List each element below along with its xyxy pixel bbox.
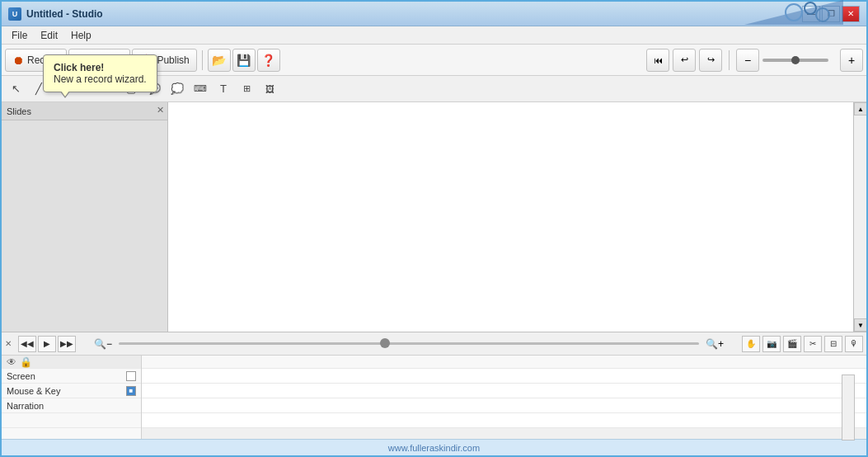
- publish-button[interactable]: 📤 Publish: [132, 49, 196, 72]
- screen-check[interactable]: [126, 371, 136, 381]
- track-mouse-key: Mouse & Key ■: [2, 384, 141, 398]
- callout-rect-tool[interactable]: 💬: [143, 78, 165, 100]
- tools-bar: ↖ ╱ ⌒ ▭ ○ ▢ 💬 💭 ⌨ T ⊞ 🖼: [2, 76, 866, 102]
- open-button[interactable]: 📂: [208, 49, 231, 72]
- track-eye-icon: 👁: [7, 356, 16, 368]
- track-content: [142, 356, 866, 439]
- zoom-in-button[interactable]: +: [840, 49, 863, 72]
- status-bar: www.fulleraskindir.com: [2, 439, 866, 455]
- toolbar-right: ⏮ ↩ ↪ − +: [646, 49, 863, 72]
- mousekey-check[interactable]: ■: [126, 386, 136, 396]
- maximize-button[interactable]: ❐: [822, 6, 840, 22]
- preview-label: Preview: [88, 54, 124, 66]
- toolbar-separator-2: [729, 50, 730, 70]
- main-toolbar: Click here! New a record wizard. ⏺ Recor…: [2, 45, 866, 76]
- track-content-header: [142, 356, 866, 369]
- close-button[interactable]: ✕: [842, 6, 860, 22]
- text-tool[interactable]: T: [213, 78, 234, 100]
- track-screen: Screen: [2, 369, 141, 384]
- tool-film[interactable]: 🎬: [783, 336, 801, 352]
- zoom-slider-thumb: [791, 56, 800, 64]
- rect-tool[interactable]: ▭: [74, 78, 96, 100]
- menu-edit[interactable]: Edit: [34, 28, 64, 43]
- zoom-slider[interactable]: [762, 59, 828, 62]
- timeline-thumb: [380, 338, 390, 348]
- timeline-area: 👁 🔒 Screen Mouse & Key ■: [2, 356, 866, 439]
- playback-prev[interactable]: ◀◀: [18, 336, 36, 352]
- image-tool[interactable]: 🖼: [259, 78, 280, 100]
- preview-button[interactable]: ▶ Preview: [68, 49, 131, 72]
- slides-panel-header: Slides ✕: [2, 102, 167, 120]
- toolbar-separator-1: [202, 50, 203, 70]
- track-content-screen: [142, 369, 866, 384]
- rounded-rect-tool[interactable]: ▢: [120, 78, 142, 100]
- track-content-mouse: [142, 384, 866, 398]
- menu-bar: File Edit Help: [2, 26, 866, 45]
- help-button[interactable]: ❓: [257, 49, 280, 72]
- timeline-progress: 🔍− 🔍+: [77, 338, 740, 350]
- playback-play[interactable]: ▶: [38, 336, 56, 352]
- mouse-key-track-label: Mouse & Key: [7, 386, 60, 396]
- bottom-toolbar: ✕ ◀◀ ▶ ▶▶ 🔍− 🔍+ ✋ 📷 🎬 ✂ ⊟ 🎙: [2, 332, 866, 356]
- bottom-right-tools: ✋ 📷 🎬 ✂ ⊟ 🎙: [742, 336, 863, 352]
- tool-mic[interactable]: 🎙: [845, 336, 863, 352]
- slides-panel-title: Slides: [7, 106, 31, 116]
- h-scrollbar[interactable]: [842, 375, 855, 439]
- record-label: Record: [27, 54, 59, 66]
- mousekey-checkbox[interactable]: ■: [126, 386, 136, 396]
- record-icon: ⏺: [12, 54, 24, 67]
- key-tool[interactable]: ⌨: [190, 78, 211, 100]
- main-window: U Untitled - Studio — ❐ ✕ File Edit Help…: [0, 0, 868, 457]
- screen-checkbox[interactable]: [126, 371, 136, 381]
- slides-panel-close[interactable]: ✕: [157, 105, 164, 115]
- publish-icon: 📤: [139, 54, 153, 67]
- checkmark: ■: [129, 387, 134, 394]
- canvas-scrollbar-v: ▲ ▼: [853, 102, 866, 332]
- curve-tool[interactable]: ⌒: [51, 78, 73, 100]
- narration-track-label: Narration: [7, 401, 44, 411]
- tool-minus[interactable]: ⊟: [824, 336, 842, 352]
- timeline-slider[interactable]: [119, 342, 699, 345]
- line-tool[interactable]: ╱: [28, 78, 49, 100]
- undo-back-button[interactable]: ⏮: [646, 49, 669, 72]
- zoom-slider-container: [762, 59, 837, 62]
- track-lock-icon: 🔒: [20, 356, 32, 368]
- preview-icon: ▶: [76, 54, 85, 67]
- playback-next[interactable]: ▶▶: [58, 336, 76, 352]
- main-area: Slides ✕ ▲ ▼: [2, 102, 866, 332]
- title-bar: U Untitled - Studio — ❐ ✕: [2, 2, 866, 26]
- publish-label: Publish: [157, 54, 189, 66]
- callout-bubble-tool[interactable]: 💭: [167, 78, 188, 100]
- bottom-panel-close[interactable]: ✕: [5, 339, 12, 348]
- track-content-narration: [142, 398, 866, 413]
- ellipse-tool[interactable]: ○: [97, 78, 119, 100]
- track-empty: [2, 413, 141, 428]
- scroll-down[interactable]: ▼: [854, 318, 866, 332]
- save-button[interactable]: 💾: [232, 49, 256, 72]
- redo-button[interactable]: ↪: [699, 49, 722, 72]
- svg-point-1: [786, 4, 802, 21]
- menu-file[interactable]: File: [5, 28, 34, 43]
- tool-cut[interactable]: ✂: [804, 336, 822, 352]
- app-icon: U: [8, 7, 21, 21]
- scroll-up[interactable]: ▲: [854, 102, 866, 115]
- window-title: Untitled - Studio: [26, 8, 103, 20]
- zoom-out-button[interactable]: −: [736, 49, 759, 72]
- track-header: 👁 🔒: [2, 356, 141, 369]
- scrollbar-track[interactable]: [854, 115, 866, 318]
- select-tool[interactable]: ↖: [5, 78, 26, 100]
- record-button[interactable]: ⏺ Record: [5, 49, 67, 72]
- canvas-area: [168, 102, 853, 332]
- menu-help[interactable]: Help: [64, 28, 98, 43]
- screen-track-label: Screen: [7, 371, 35, 381]
- cursor-tool[interactable]: ⊞: [236, 78, 257, 100]
- window-controls: — ❐ ✕: [802, 6, 860, 22]
- zoom-minus-icon[interactable]: 🔍−: [94, 338, 112, 350]
- bottom-section: ✕ ◀◀ ▶ ▶▶ 🔍− 🔍+ ✋ 📷 🎬 ✂ ⊟ 🎙: [2, 332, 866, 439]
- undo-button[interactable]: ↩: [673, 49, 696, 72]
- minimize-button[interactable]: —: [802, 6, 820, 22]
- tool-camera[interactable]: 📷: [762, 336, 781, 352]
- zoom-plus-icon[interactable]: 🔍+: [706, 338, 724, 350]
- slides-content: [2, 120, 167, 332]
- tool-hand[interactable]: ✋: [742, 336, 760, 352]
